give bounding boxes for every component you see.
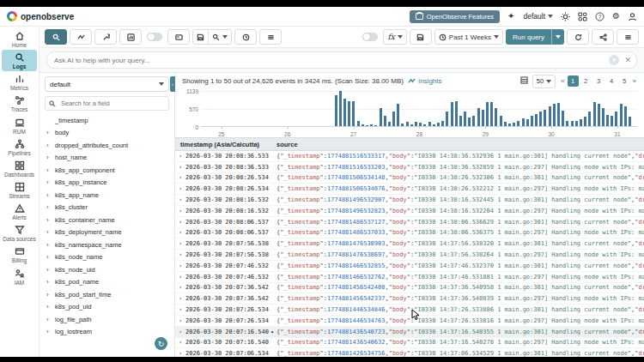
field-item[interactable]: ›k8s_cluster [45, 202, 169, 214]
openobserve-features-button[interactable]: OpenObserve Features [410, 10, 500, 23]
table-row[interactable]: ›2026-03-30 20:08:36.533{"_timestamp":17… [175, 162, 644, 173]
table-row[interactable]: ›2026-03-30 20:08:16.532{"_timestamp":17… [175, 206, 644, 217]
share-button[interactable] [592, 29, 614, 45]
saved-searches-button[interactable] [208, 30, 231, 44]
table-row[interactable]: ›2026-03-30 20:08:26.534{"_timestamp":17… [175, 184, 644, 195]
expand-row-icon[interactable]: › [175, 174, 185, 181]
close-icon[interactable]: ✕ [624, 57, 631, 64]
save-function-button[interactable] [410, 29, 432, 45]
table-row[interactable]: ›2026-03-30 20:07:46.532{"_timestamp":17… [175, 261, 644, 272]
page-button-2[interactable]: 2 [580, 75, 592, 87]
field-item[interactable]: ›k8s_pod_uid [45, 301, 169, 314]
sidebar-item-streams[interactable]: Streams [0, 179, 39, 201]
field-item[interactable]: ›k8s_app_instance [45, 177, 169, 190]
table-row[interactable]: ›2026-03-30 20:07:16.540{"_timestamp":17… [175, 338, 644, 349]
tools-button[interactable] [94, 29, 117, 45]
page-button-5[interactable]: 5 [619, 75, 630, 87]
field-item[interactable]: ›k8s_app_name [45, 189, 169, 202]
sidebar-item-metrics[interactable]: Metrics [0, 71, 39, 93]
sidebar-item-logs[interactable]: Logs [2, 50, 37, 71]
page-button-4[interactable]: 4 [606, 75, 617, 87]
gear-icon[interactable]: ⚙ [612, 12, 620, 21]
search-history-button[interactable] [234, 29, 257, 45]
field-item[interactable]: ›k8s_pod_name [45, 276, 169, 289]
expand-row-icon[interactable]: › [175, 185, 185, 192]
menu-button[interactable] [617, 29, 639, 45]
visualize-mode-button[interactable] [70, 29, 92, 45]
organization-select[interactable]: default [524, 12, 554, 21]
field-search-input[interactable] [59, 99, 165, 108]
list-view-button[interactable] [259, 29, 282, 45]
send-icon[interactable]: ➤ [609, 55, 619, 65]
field-item[interactable]: ›log_iostream [45, 326, 169, 339]
apps-icon[interactable] [578, 12, 587, 21]
expand-row-icon[interactable]: › [175, 306, 185, 313]
insights-link[interactable]: Insights [408, 77, 442, 85]
sync-fields-button[interactable]: ↻ [155, 337, 167, 350]
sidebar-item-rum[interactable]: RUM [0, 115, 39, 136]
field-item[interactable]: ›k8s_deployment_name [45, 226, 169, 239]
table-row[interactable]: ›2026-03-30 20:07:46.532{"_timestamp":17… [175, 272, 644, 283]
run-query-dropdown[interactable] [551, 29, 564, 45]
sidebar-item-dashboards[interactable]: Dashboards [0, 158, 39, 179]
expand-row-icon[interactable]: › [175, 229, 185, 236]
help-icon[interactable]: ? [595, 12, 605, 21]
field-item[interactable]: ›dropped_attributes_count [45, 139, 169, 152]
field-item[interactable]: _timestamp [45, 114, 169, 127]
run-query-button[interactable]: Run query [506, 29, 551, 45]
expand-row-icon[interactable]: › [175, 219, 185, 226]
table-density-icon[interactable] [520, 76, 528, 86]
sql-mode-toggle[interactable] [147, 33, 162, 41]
table-row[interactable]: ›2026-03-30 20:07:56.538{"_timestamp":17… [175, 238, 644, 250]
table-row[interactable]: ›2026-03-30 20:07:16.540✦{"_timestamp":1… [175, 327, 644, 338]
expand-row-icon[interactable]: › [175, 196, 185, 203]
expand-row-icon[interactable]: › [175, 350, 185, 357]
field-item[interactable]: ›body [45, 127, 169, 140]
dashboard-add-button[interactable] [119, 29, 142, 45]
field-item[interactable]: ›host_name [45, 152, 169, 165]
expand-row-icon[interactable]: › [175, 251, 185, 258]
save-search-button[interactable] [193, 30, 208, 44]
time-range-picker[interactable]: Past 1 Weeks [434, 29, 503, 45]
column-header-timestamp[interactable]: timestamp (Asia/Calcutta) [175, 141, 276, 148]
page-button-3[interactable]: 3 [593, 75, 605, 87]
editor-icon-button[interactable] [167, 29, 190, 45]
search-mode-button[interactable] [45, 29, 67, 45]
table-row[interactable]: ›2026-03-30 20:07:26.534{"_timestamp":17… [175, 316, 644, 327]
field-item[interactable]: ›k8s_container_name [45, 214, 169, 226]
expand-row-icon[interactable]: › [175, 274, 185, 281]
table-row[interactable]: ›2026-03-30 20:08:06.537{"_timestamp":17… [175, 228, 644, 239]
first-page-button[interactable]: « [560, 77, 565, 85]
field-item[interactable]: ›k8s_namespace_name [45, 238, 169, 251]
expand-row-icon[interactable]: › [175, 295, 185, 302]
table-row[interactable]: ›2026-03-30 20:07:06.534{"_timestamp":17… [175, 348, 644, 357]
field-item[interactable]: ›k8s_node_name [45, 251, 169, 264]
column-header-source[interactable]: source [276, 141, 644, 148]
sidebar-item-billing[interactable]: Billing [0, 244, 39, 265]
expand-row-icon[interactable]: › [175, 339, 185, 346]
table-row[interactable]: ›2026-03-30 20:07:26.534{"_timestamp":17… [175, 305, 644, 316]
row-action-sparkle-icon[interactable]: ✦ [270, 329, 274, 335]
expand-row-icon[interactable]: › [175, 284, 185, 291]
expand-row-icon[interactable]: › [175, 208, 185, 214]
table-row[interactable]: ›2026-03-30 20:08:06.537{"_timestamp":17… [175, 217, 644, 228]
page-button-1[interactable]: 1 [568, 75, 579, 87]
sparkle-icon[interactable]: ✦ [507, 12, 514, 21]
refresh-button[interactable] [567, 29, 589, 45]
field-item[interactable]: ›k8s_app_component [45, 164, 169, 177]
events-histogram[interactable]: 1139570025262728293031 [182, 89, 637, 137]
sidebar-item-data-sources[interactable]: Data sources [0, 222, 39, 244]
sidebar-item-home[interactable]: Home [0, 28, 39, 50]
ask-ai-input[interactable] [52, 56, 604, 65]
fx-function-button[interactable]: fx [384, 30, 405, 44]
last-page-button[interactable]: » [632, 77, 637, 85]
openobserve-logo[interactable]: openobserve [7, 11, 74, 21]
per-page-select[interactable]: 50 [532, 75, 556, 88]
expand-row-icon[interactable]: › [175, 240, 185, 247]
function-editor-toggle[interactable] [362, 33, 378, 41]
table-row[interactable]: ›2026-03-30 20:07:56.538{"_timestamp":17… [175, 250, 644, 261]
table-row[interactable]: ›2026-03-30 20:08:36.533{"_timestamp":17… [175, 151, 644, 162]
sidebar-item-alerts[interactable]: Alerts [0, 201, 39, 222]
theme-icon[interactable] [561, 12, 570, 21]
expand-row-icon[interactable]: › [175, 164, 185, 171]
